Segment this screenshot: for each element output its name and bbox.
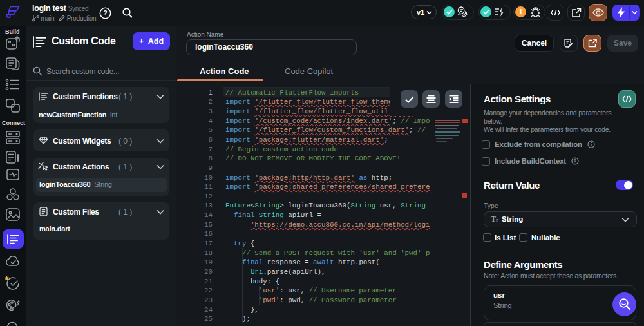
svg-text:?: ? <box>103 9 107 17</box>
